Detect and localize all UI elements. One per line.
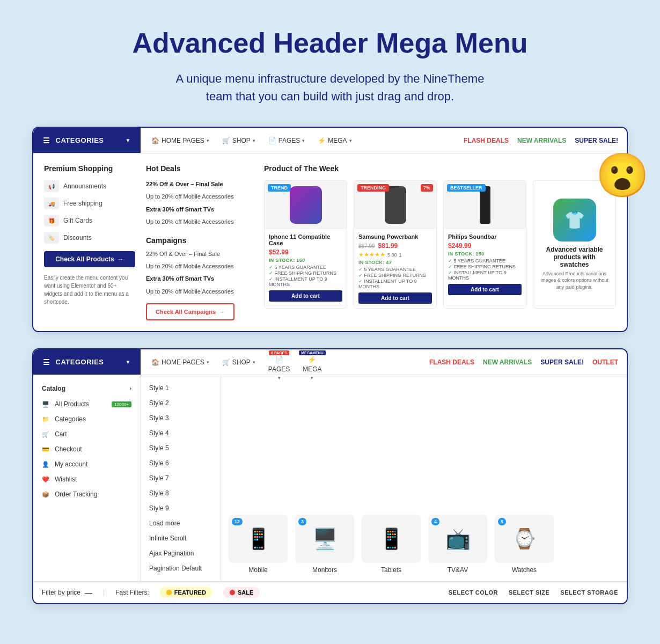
nav-right-2: FLASH DEALS NEW ARRIVALS SUPER SALE! OUT… [429, 358, 627, 366]
arrow-right-icon-2: › [130, 386, 131, 391]
filter-price-section: Filter by price — [42, 588, 92, 597]
deal-item-4[interactable]: Up to 20% off Mobile Accessories [146, 218, 253, 226]
cart-icon: 🛒 [42, 431, 49, 438]
style-9[interactable]: Style 9 [141, 501, 221, 516]
style-7[interactable]: Style 7 [141, 471, 221, 486]
catalog-all-products[interactable]: 🖥️ All Products 12000+ [33, 397, 140, 412]
catalog-wishlist[interactable]: ❤️ Wishlist [33, 472, 140, 487]
flash-deals-link-2[interactable]: FLASH DEALS [429, 358, 474, 366]
nav-home-pages-1[interactable]: 🏠 HOME PAGES ▾ [146, 128, 215, 153]
samsung-add-to-cart-button[interactable]: Add to cart [358, 292, 432, 304]
chevron-down-icon-3: ▾ [207, 360, 209, 365]
select-storage-label[interactable]: SELECT STORAGE [560, 589, 618, 596]
stars-icon: ★★★★★ [358, 251, 385, 258]
pages-badge: 6 PAGES [269, 350, 289, 355]
philips-price: $249.99 [448, 242, 471, 250]
watches-image: 5 ⌚ [495, 515, 554, 563]
mega-icon: ⚡ [318, 137, 326, 144]
nav-mega-2[interactable]: MEGAMENU ⚡ MEGA ▾ [297, 349, 327, 375]
categories-row: 12 📱 Mobile 3 🖥️ Monitors 📱 Tablets [221, 375, 627, 581]
premium-description: Easily create the menu content you want … [44, 274, 135, 306]
outlet-link[interactable]: OUTLET [592, 358, 618, 366]
categories-button-2[interactable]: ☰ CATEGORIES ▼ [33, 349, 141, 375]
nav-pages-1[interactable]: 📄 PAGES ▾ [263, 128, 310, 153]
catalog-my-account[interactable]: 👤 My account [33, 457, 140, 472]
tablets-label: Tablets [362, 566, 421, 574]
products-grid: TREND Iphone 11 Compatible Case $52.99 I… [264, 180, 616, 309]
swatches-title: Advanced variable products with swatches [539, 246, 610, 268]
tv-icon: 📺 [445, 527, 471, 551]
select-size-label[interactable]: SELECT SIZE [509, 589, 549, 596]
chevron-down-icon: ▾ [302, 138, 305, 143]
catalog-order-tracking[interactable]: 📦 Order Tracking [33, 487, 140, 502]
page-subtitle: A unique menu infrastructure developed b… [11, 70, 649, 105]
sale-chip[interactable]: SALE [223, 587, 260, 598]
cat-mobile[interactable]: 12 📱 Mobile [229, 515, 288, 574]
flash-deals-link-1[interactable]: FLASH DEALS [464, 137, 509, 144]
style-3[interactable]: Style 3 [141, 411, 221, 426]
campaign-item-3[interactable]: Extra 30% off Smart TVs [146, 275, 253, 283]
surprise-emoji-decoration: 😮 [596, 150, 644, 199]
campaign-item-2[interactable]: Up to 20% off Mobile Accessories [146, 262, 253, 270]
style-pagination-default[interactable]: Pagination Default [141, 561, 221, 576]
shop-icon-2: 🛒 [222, 358, 230, 366]
monitors-badge: 3 [298, 518, 306, 525]
style-load-more[interactable]: Load more [141, 516, 221, 531]
gift-icon: 🎁 [44, 215, 59, 226]
account-icon: 👤 [42, 461, 49, 468]
categories-button-1[interactable]: ☰ CATEGORIES ▼ [33, 128, 141, 153]
nav-shop-2[interactable]: 🛒 SHOP ▾ [217, 349, 261, 375]
premium-item-discounts: 🏷️ Discounts [44, 232, 135, 244]
catalog-title[interactable]: Catalog › [33, 380, 140, 397]
check-all-products-button[interactable]: Check All Products → [44, 251, 135, 267]
featured-chip[interactable]: FEATURED [160, 587, 212, 598]
product-iphone-image: TREND [265, 181, 347, 229]
philips-guarantees: 5 YEARS GUARANTEE FREE SHIPPING RETURNS … [448, 258, 522, 281]
mega-icon-2: ⚡ [308, 356, 316, 363]
catalog-cart[interactable]: 🛒 Cart [33, 427, 140, 442]
style-6[interactable]: Style 6 [141, 456, 221, 471]
style-8[interactable]: Style 8 [141, 486, 221, 501]
deal-item-2[interactable]: Up to 20% off Mobile Accessories [146, 193, 253, 201]
campaign-item-1[interactable]: 22% Off & Over – Final Sale [146, 250, 253, 258]
cat-tablets[interactable]: 📱 Tablets [362, 515, 421, 574]
nav-shop-1[interactable]: 🛒 SHOP ▾ [217, 128, 261, 153]
sale-label: SALE [238, 589, 253, 596]
super-sale-link-1[interactable]: SUPER SALE! [575, 137, 618, 144]
filter-price-label: Filter by price [42, 589, 80, 596]
new-arrivals-link-1[interactable]: NEW ARRIVALS [517, 137, 566, 144]
nav-pages-2[interactable]: 6 PAGES 📄 PAGES ▾ [263, 349, 295, 375]
style-1[interactable]: Style 1 [141, 380, 221, 396]
style-5[interactable]: Style 5 [141, 441, 221, 456]
tablets-image: 📱 [362, 515, 421, 563]
nav-mega-1[interactable]: ⚡ MEGA ▾ [312, 128, 357, 153]
checkout-icon: 💳 [42, 446, 49, 453]
deal-item-3[interactable]: Extra 30% off Smart TVs [146, 206, 253, 214]
featured-label: FEATURED [174, 589, 206, 596]
deal-item-1[interactable]: 22% Off & Over – Final Sale [146, 180, 253, 188]
iphone-add-to-cart-button[interactable]: Add to cart [269, 290, 342, 302]
style-2[interactable]: Style 2 [141, 396, 221, 411]
all-products-icon: 🖥️ [42, 401, 49, 408]
philips-name: Philips Soundbar [448, 233, 522, 240]
philips-add-to-cart-button[interactable]: Add to cart [448, 284, 522, 295]
cat-watches[interactable]: 5 ⌚ Watches [495, 515, 554, 574]
divider: | [103, 589, 105, 596]
super-sale-link-2[interactable]: SUPER SALE! [540, 358, 584, 366]
categories-label-1: CATEGORIES [56, 136, 104, 144]
premium-item-announcements: 📢 Announsments [44, 180, 135, 192]
iphone-guarantees: 5 YEARS GUARANTEE FREE SHIPPING RETURNS … [269, 265, 342, 287]
cat-tvav[interactable]: 4 📺 TV&AV [428, 515, 487, 574]
catalog-checkout[interactable]: 💳 Checkout [33, 442, 140, 457]
nav-home-pages-2[interactable]: 🏠 HOME PAGES ▾ [146, 349, 215, 375]
check-campaigns-button[interactable]: Check All Campaigns → [146, 303, 234, 320]
catalog-categories[interactable]: 📁 Categories [33, 412, 140, 427]
campaign-item-4[interactable]: Up to 20% off Mobile Accessories [146, 288, 253, 296]
style-ajax-pagination[interactable]: Ajax Pagination [141, 546, 221, 561]
style-4[interactable]: Style 4 [141, 426, 221, 441]
new-arrivals-link-2[interactable]: NEW ARRIVALS [483, 358, 532, 366]
style-infinite-scroll[interactable]: Infinite Scroll [141, 531, 221, 546]
select-color-label[interactable]: SELECT COLOR [449, 589, 498, 596]
premium-title: Premium Shopping [44, 164, 135, 173]
cat-monitors[interactable]: 3 🖥️ Monitors [295, 515, 354, 574]
